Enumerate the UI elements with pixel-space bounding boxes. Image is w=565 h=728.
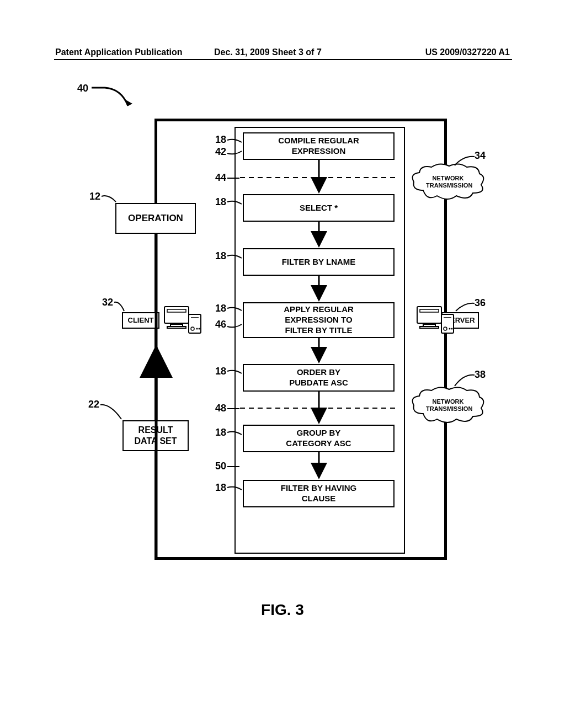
lead-18f (226, 430, 244, 438)
lead-44 (226, 176, 241, 181)
ref-18a: 18 (215, 134, 226, 146)
lead-50 (226, 464, 241, 470)
lead-34 (452, 154, 477, 168)
ref-32: 32 (102, 297, 113, 308)
lead-36 (454, 301, 477, 313)
ref-18f: 18 (215, 427, 226, 438)
figure-label: FIG. 3 (0, 601, 565, 619)
ref-44: 44 (215, 172, 226, 184)
ref-48: 48 (215, 403, 226, 414)
ref-18b: 18 (215, 196, 226, 208)
header-rule (54, 59, 512, 60)
lead-18g (226, 485, 244, 494)
lead-22 (99, 403, 124, 422)
ref-46: 46 (215, 319, 226, 330)
header-mid: Dec. 31, 2009 Sheet 3 of 7 (214, 47, 322, 57)
lead-18a (226, 138, 244, 146)
lead-18e (226, 369, 244, 377)
ref-18d: 18 (215, 303, 226, 314)
lead-48 (226, 406, 241, 412)
flow-arrows (55, 72, 508, 568)
lead-42 (226, 149, 244, 157)
header-left: Patent Application Publication (55, 47, 183, 57)
ref-50: 50 (215, 461, 226, 472)
page: Patent Application Publication Dec. 31, … (0, 0, 565, 728)
ref-18g: 18 (215, 482, 226, 494)
lead-38 (452, 373, 477, 389)
ref-42: 42 (215, 146, 226, 158)
lead-18c (226, 254, 244, 262)
ref-18c: 18 (215, 250, 226, 262)
header-right: US 2009/0327220 A1 (425, 47, 510, 57)
lead-32 (113, 300, 127, 314)
ref-18e: 18 (215, 366, 226, 377)
lead-18d (226, 306, 244, 314)
figure-area: 40 COMPILE REGULAREXPRESSION SELECT * FI… (55, 72, 508, 596)
ref-12: 12 (89, 191, 100, 202)
lead-46 (226, 322, 244, 330)
lead-12 (100, 194, 118, 205)
ref-22: 22 (88, 399, 99, 410)
lead-18b (226, 200, 244, 208)
